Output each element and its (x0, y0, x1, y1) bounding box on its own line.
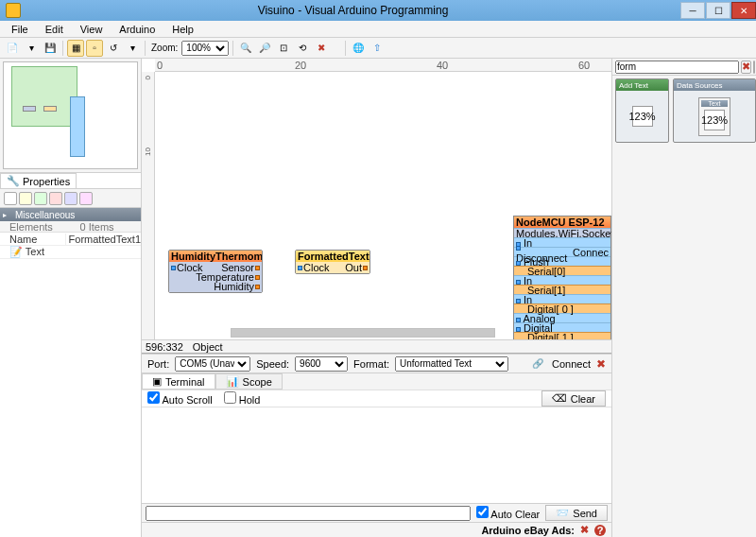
format-label: Format: (353, 358, 389, 370)
prop-icon-6[interactable] (79, 192, 93, 205)
pin-icon[interactable] (298, 266, 302, 270)
menu-help[interactable]: Help (164, 23, 201, 36)
terminal-output[interactable] (142, 407, 611, 503)
prop-text-key: 📝 Text (0, 246, 66, 258)
ads-label: Arduino eBay Ads: (481, 525, 575, 536)
ruler-horizontal: 0 20 40 60 (155, 59, 611, 72)
clear-search-icon[interactable]: ✖ (741, 61, 751, 74)
pin-icon[interactable] (255, 275, 260, 280)
hold-checkbox[interactable]: Hold (224, 391, 261, 406)
misc-header[interactable]: Miscellaneous (0, 208, 141, 221)
design-canvas[interactable]: HumidityThermometer1 ClockSensor Tempera… (155, 72, 611, 339)
minimize-button[interactable]: ─ (680, 2, 705, 19)
zoom-label: Zoom: (151, 43, 178, 53)
connect-button[interactable]: Connect (552, 358, 591, 370)
undo-menu-icon[interactable]: ▾ (124, 40, 141, 57)
menu-edit[interactable]: Edit (38, 23, 71, 36)
snap-icon[interactable]: ▫ (86, 40, 103, 57)
eraser-icon: ⌫ (552, 392, 567, 405)
open-dropdown-icon[interactable]: ▾ (23, 40, 40, 57)
new-file-icon[interactable]: 📄 (4, 40, 21, 57)
prop-name-val[interactable]: FormattedText1 (65, 234, 141, 245)
close-panel-icon[interactable]: ✖ (596, 357, 606, 371)
undo-icon[interactable]: ↺ (105, 40, 122, 57)
send-icon: 📨 (556, 507, 569, 519)
tab-terminal[interactable]: ▣Terminal (142, 373, 215, 390)
menu-arduino[interactable]: Arduino (112, 23, 163, 36)
palette-data-sources[interactable]: Data Sources Text 123% (673, 78, 756, 143)
node-formatted-text[interactable]: FormattedText1 ClockOut (295, 250, 370, 274)
node-fmt-title: FormattedText1 (296, 251, 369, 262)
prop-icon-2[interactable] (19, 192, 32, 205)
upload-icon[interactable]: ⇧ (369, 40, 386, 57)
connect-icon[interactable]: 🔗 (529, 355, 546, 372)
delete-icon[interactable]: ✖ (313, 40, 330, 57)
port-label: Port: (147, 358, 169, 370)
zoom-fit-icon[interactable]: ⊡ (275, 40, 292, 57)
overview-thumbnail[interactable] (3, 61, 138, 169)
node-humidity-title: HumidityThermometer1 (169, 251, 262, 262)
node-nodemcu[interactable]: NodeMCU ESP-12 Modules.WiFi.Sockets.TCP.… (513, 216, 611, 339)
nodemcu-title: NodeMCU ESP-12 (514, 217, 610, 228)
zoom-reset-icon[interactable]: ⟲ (294, 40, 311, 57)
prop-icon-3[interactable] (34, 192, 47, 205)
component-search-input[interactable] (615, 61, 739, 74)
wrench-icon: 🔧 (7, 175, 20, 187)
properties-tab[interactable]: 🔧 Properties (0, 173, 77, 188)
maximize-button[interactable]: ☐ (706, 2, 730, 19)
zoom-select[interactable]: 100% (181, 41, 229, 56)
menu-file[interactable]: File (4, 23, 36, 36)
port-select[interactable]: COM5 (Unava (175, 356, 250, 372)
app-icon (6, 3, 21, 18)
send-button[interactable]: 📨Send (545, 505, 608, 521)
tab-scope[interactable]: 📊Scope (215, 373, 283, 390)
autoclear-checkbox[interactable]: Auto Clear (476, 506, 540, 520)
pin-icon[interactable] (363, 266, 368, 270)
pin-icon[interactable] (171, 266, 176, 270)
globe-icon[interactable]: 🌐 (350, 40, 367, 57)
status-coords: 596:332 (146, 341, 183, 353)
speed-label: Speed: (256, 358, 289, 370)
status-mode: Object (193, 341, 223, 353)
clear-button[interactable]: ⌫Clear (541, 390, 606, 407)
pin-icon[interactable] (255, 266, 260, 270)
scope-icon: 📊 (226, 375, 239, 388)
properties-toolbar (0, 189, 141, 208)
send-input[interactable] (146, 506, 471, 521)
palette-thumb-icon: 123% (632, 106, 653, 127)
menu-bar: File Edit View Arduino Help (0, 21, 756, 38)
ads-close-icon[interactable]: ✖ (580, 524, 589, 536)
filter-icon-1[interactable] (753, 61, 755, 74)
prop-icon-4[interactable] (49, 192, 62, 205)
close-button[interactable]: ✕ (731, 2, 756, 19)
title-bar: Visuino - Visual Arduino Programming ─ ☐… (0, 0, 756, 21)
property-grid[interactable]: NameFormattedText1 📝 Text (0, 233, 141, 537)
canvas-status-bar: 596:332 Object (142, 339, 611, 353)
zoom-in-icon[interactable]: 🔍 (237, 40, 254, 57)
palette-thumb-icon: 123% (704, 110, 725, 130)
ads-help-icon[interactable]: ? (594, 525, 606, 536)
save-icon[interactable]: 💾 (42, 40, 59, 57)
port-bar: Port: COM5 (Unava Speed: 9600 Format: Un… (142, 354, 611, 372)
toolbar: 📄 ▾ 💾 ▦ ▫ ↺ ▾ Zoom: 100% 🔍 🔎 ⊡ ⟲ ✖ 🌐 ⇧ (0, 38, 756, 59)
pin-icon[interactable] (255, 285, 260, 289)
ruler-vertical: 0 10 (142, 72, 155, 339)
horizontal-scrollbar[interactable] (231, 328, 495, 338)
format-select[interactable]: Unformatted Text (395, 356, 508, 372)
prop-icon-5[interactable] (64, 192, 77, 205)
zoom-out-icon[interactable]: 🔎 (256, 40, 273, 57)
node-humidity-thermometer[interactable]: HumidityThermometer1 ClockSensor Tempera… (168, 250, 263, 293)
palette-add-text[interactable]: Add Text 123% (615, 78, 669, 143)
window-title: Visuino - Visual Arduino Programming (26, 4, 679, 17)
speed-select[interactable]: 9600 (295, 356, 348, 372)
prop-subheader: Elements0 Items (0, 221, 141, 233)
prop-name-key: Name (0, 234, 65, 245)
menu-view[interactable]: View (73, 23, 111, 36)
autoscroll-checkbox[interactable]: Auto Scroll (147, 391, 213, 406)
terminal-icon: ▣ (152, 375, 162, 388)
grid-icon[interactable]: ▦ (67, 40, 84, 57)
prop-icon-1[interactable] (4, 192, 17, 205)
